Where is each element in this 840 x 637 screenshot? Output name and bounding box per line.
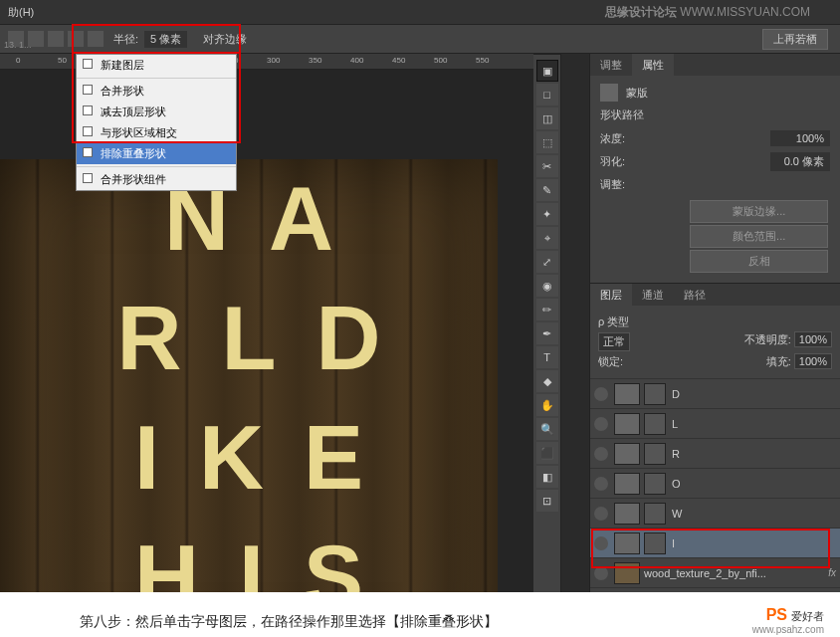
- square-icon: [83, 106, 93, 115]
- marquee-tool[interactable]: □: [536, 84, 558, 106]
- bottom-watermark: PS爱好者 www.psahz.com: [752, 606, 824, 635]
- move-tool[interactable]: ▣: [536, 60, 558, 82]
- filter-label: ρ 类型: [598, 315, 629, 329]
- props-buttons: 蒙版边缘... 颜色范围... 反相: [600, 200, 830, 273]
- feather-label: 羽化:: [600, 154, 625, 169]
- layer-row[interactable]: D: [590, 379, 840, 409]
- blend-mode-select[interactable]: 正常: [598, 332, 630, 351]
- mask-thumb: [644, 503, 666, 525]
- path-select-tool[interactable]: ◆: [536, 370, 558, 392]
- ruler-tick: 400: [350, 56, 363, 65]
- layer-row[interactable]: W: [590, 499, 840, 529]
- stamp-tool[interactable]: ⤢: [536, 251, 558, 273]
- ruler-tick: 350: [309, 56, 321, 65]
- radius-value[interactable]: 5 像素: [144, 31, 187, 48]
- adjust-label: 调整:: [600, 177, 625, 192]
- gradient-tool[interactable]: ✏: [536, 299, 558, 320]
- path-operations-dropdown: 新建图层 合并形状 减去顶层形状 与形状区域相交 排除重叠形状 合并形状组件: [76, 54, 237, 191]
- dropdown-exclude-overlap[interactable]: 排除重叠形状: [77, 143, 236, 164]
- heal-tool[interactable]: ✦: [536, 203, 558, 225]
- menu-help[interactable]: 助(H): [8, 5, 34, 20]
- visibility-icon[interactable]: [594, 417, 608, 431]
- dropdown-intersect[interactable]: 与形状区域相交: [77, 122, 236, 143]
- dropdown-new-layer[interactable]: 新建图层: [77, 55, 236, 76]
- separator: [77, 166, 236, 167]
- dropdown-merge-components[interactable]: 合并形状组件: [77, 169, 236, 190]
- quickmask-tool[interactable]: ⊡: [536, 490, 558, 512]
- align-edge-label[interactable]: 对齐边缘: [203, 32, 247, 47]
- brush-tool[interactable]: ⌖: [536, 227, 558, 249]
- filter-icon[interactable]: [784, 315, 798, 328]
- layer-thumb: [614, 562, 640, 584]
- props-header: 蒙版: [600, 84, 830, 102]
- effects-row[interactable]: ▾效果: [590, 588, 840, 592]
- eyedropper-tool[interactable]: ✎: [536, 179, 558, 201]
- wand-tool[interactable]: ⬚: [536, 131, 558, 153]
- logo-url: www.psahz.com: [752, 624, 824, 635]
- square-icon: [83, 147, 93, 157]
- visibility-icon[interactable]: [594, 447, 608, 461]
- opacity-input[interactable]: 100%: [794, 331, 832, 347]
- visibility-icon[interactable]: [594, 507, 608, 521]
- pen-tool[interactable]: ✒: [536, 322, 558, 344]
- lasso-tool[interactable]: ◫: [536, 107, 558, 129]
- dropdown-merge-shapes[interactable]: 合并形状: [77, 81, 236, 102]
- type-tool[interactable]: T: [536, 346, 558, 368]
- ruler-tick: 50: [58, 56, 67, 65]
- tab-adjust[interactable]: 调整: [590, 54, 632, 76]
- layers-panel: 图层 通道 路径 ρ 类型 正常 不透明度: 100: [590, 284, 840, 592]
- visibility-icon[interactable]: [594, 536, 608, 550]
- layer-name: wood_texture_2_by_nfi...: [644, 567, 824, 579]
- options-bar: 半径: 5 像素 对齐边缘 上再若栖: [0, 24, 840, 54]
- properties-content: 蒙版 形状路径 浓度: 100% 羽化: 0.0 像素 调整: 蒙版边缘... …: [590, 76, 840, 283]
- background-color[interactable]: ◧: [536, 466, 558, 488]
- foreground-color[interactable]: ⬛: [536, 442, 558, 464]
- feather-input[interactable]: 0.0 像素: [770, 152, 830, 171]
- filter-icon[interactable]: [801, 315, 815, 328]
- mask-thumb: [644, 473, 666, 495]
- text-row-4: HIS: [0, 518, 498, 592]
- canvas[interactable]: NA RLD IKE HIS: [0, 159, 498, 592]
- dropdown-subtract-front[interactable]: 减去顶层形状: [77, 102, 236, 122]
- tab-channels[interactable]: 通道: [632, 284, 674, 306]
- canvas-text: NA RLD IKE HIS: [0, 159, 498, 592]
- lock-label: 锁定:: [598, 355, 623, 367]
- fx-badge[interactable]: fx: [828, 567, 836, 578]
- crop-tool[interactable]: ✂: [536, 155, 558, 177]
- visibility-icon[interactable]: [594, 566, 608, 580]
- filter-icon[interactable]: [767, 315, 781, 328]
- align-icon[interactable]: [48, 31, 64, 47]
- adjust-row: 调整:: [600, 177, 830, 192]
- props-title: 蒙版: [626, 86, 648, 101]
- filter-icon[interactable]: [818, 315, 832, 328]
- zoom-tool[interactable]: 🔍: [536, 418, 558, 440]
- tab-paths[interactable]: 路径: [674, 284, 716, 306]
- layer-row[interactable]: R: [590, 439, 840, 469]
- workspace-button[interactable]: 上再若栖: [762, 29, 828, 50]
- visibility-icon[interactable]: [594, 477, 608, 491]
- properties-tabs: 调整 属性: [590, 54, 840, 76]
- square-icon: [83, 59, 93, 69]
- invert-button[interactable]: 反相: [690, 250, 828, 273]
- density-input[interactable]: 100%: [770, 130, 830, 146]
- mask-edge-button[interactable]: 蒙版边缘...: [690, 200, 828, 223]
- arrange-icon[interactable]: [68, 31, 84, 47]
- layer-row[interactable]: L: [590, 409, 840, 439]
- visibility-icon[interactable]: [594, 387, 608, 401]
- tab-properties[interactable]: 属性: [632, 54, 674, 76]
- hand-tool[interactable]: ✋: [536, 394, 558, 416]
- layer-row-background[interactable]: wood_texture_2_by_nfi...fx: [590, 558, 840, 588]
- layer-row[interactable]: O: [590, 469, 840, 499]
- layer-thumb: [614, 383, 640, 405]
- fill-input[interactable]: 100%: [794, 353, 832, 369]
- color-range-button[interactable]: 颜色范围...: [690, 225, 828, 248]
- mask-thumb: [644, 413, 666, 435]
- filter-icon[interactable]: [750, 315, 764, 328]
- layers-tabs: 图层 通道 路径: [590, 284, 840, 306]
- layer-row-selected[interactable]: I: [590, 529, 840, 558]
- eraser-tool[interactable]: ◉: [536, 275, 558, 297]
- mask-thumb: [644, 443, 666, 465]
- tab-layers[interactable]: 图层: [590, 284, 632, 306]
- version-label: 13. 1...: [4, 40, 32, 50]
- gear-icon[interactable]: [88, 31, 104, 47]
